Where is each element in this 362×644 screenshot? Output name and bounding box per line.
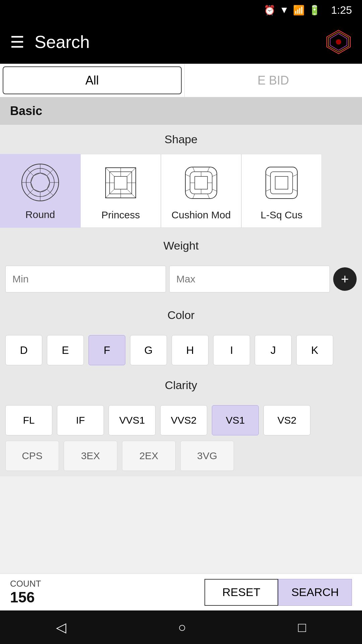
svg-line-13 [47, 169, 53, 176]
app-logo [325, 29, 352, 55]
shape-label: Shape [0, 125, 362, 154]
svg-point-3 [336, 39, 341, 45]
page-title: Search [35, 32, 325, 52]
cushion-mod-shape-icon [179, 161, 223, 205]
weight-min-input[interactable] [5, 266, 166, 292]
weight-label: Weight [0, 231, 362, 260]
menu-icon[interactable]: ☰ [10, 33, 24, 51]
shape-cushion-mod[interactable]: Cushion Mod [161, 154, 241, 228]
color-section: Color D E F G H I J K [0, 301, 362, 371]
clarity-chip-vvs1[interactable]: VVS1 [109, 405, 156, 435]
color-chip-g[interactable]: G [130, 335, 167, 365]
cushion-mod-shape-label: Cushion Mod [172, 209, 231, 221]
svg-rect-25 [114, 176, 127, 189]
tab-ebid[interactable]: E BID [184, 64, 362, 97]
princess-shape-icon [99, 161, 142, 205]
status-icons: ⏰ ▼ 📶 🔋 1:25 [264, 4, 352, 16]
color-chip-e[interactable]: E [47, 335, 84, 365]
count-label: COUNT [10, 579, 204, 589]
svg-line-29 [127, 189, 136, 198]
svg-line-38 [185, 189, 190, 191]
color-chip-i[interactable]: I [213, 335, 250, 365]
weight-section: Weight + [0, 231, 362, 301]
svg-line-27 [127, 168, 136, 176]
cut-chip-3ex[interactable]: 3EX [64, 441, 117, 471]
cut-chips-row: CPS 3EX 2EX 3VG [0, 441, 362, 476]
svg-line-42 [207, 167, 209, 172]
alarm-icon: ⏰ [264, 5, 276, 16]
clarity-chips-row: FL IF VVS1 VVS2 VS1 VS2 [0, 400, 362, 441]
svg-rect-50 [270, 172, 293, 194]
svg-line-41 [193, 167, 195, 172]
clarity-chip-vvs2[interactable]: VVS2 [160, 405, 207, 435]
top-bar: ☰ Search [0, 20, 362, 64]
bottom-action-bar: COUNT 156 RESET SEARCH [0, 574, 362, 610]
svg-line-11 [27, 169, 34, 176]
svg-line-12 [47, 189, 53, 196]
color-chip-j[interactable]: J [255, 335, 292, 365]
round-shape-icon [18, 161, 62, 204]
svg-rect-51 [275, 176, 288, 189]
shape-round[interactable]: Round [0, 154, 80, 228]
clarity-chip-fl[interactable]: FL [5, 405, 52, 435]
count-value: 156 [10, 589, 204, 606]
reset-button[interactable]: RESET [204, 579, 278, 606]
lsq-cus-shape-icon [260, 161, 303, 205]
lsq-cus-shape-label: L-Sq Cus [260, 209, 302, 221]
cut-chip-3vg[interactable]: 3VG [180, 441, 234, 471]
svg-line-39 [212, 174, 217, 176]
svg-line-55 [293, 189, 297, 191]
signal-icon: 📶 [293, 5, 305, 16]
svg-rect-36 [195, 176, 207, 189]
shape-princess[interactable]: Princess [80, 154, 161, 228]
svg-line-53 [266, 189, 270, 191]
filter-tabs: All E BID [0, 64, 362, 97]
weight-add-button[interactable]: + [333, 267, 357, 291]
home-nav-icon[interactable]: ○ [178, 620, 186, 635]
battery-icon: 🔋 [309, 5, 320, 16]
status-time: 1:25 [331, 4, 352, 16]
plus-icon: + [341, 272, 349, 287]
svg-line-43 [193, 194, 195, 199]
shape-lsq-cus[interactable]: L-Sq Cus [241, 154, 322, 228]
svg-line-40 [212, 189, 217, 191]
shape-selector: Round Princess [0, 154, 362, 231]
back-nav-icon[interactable]: ◁ [56, 620, 66, 635]
recent-nav-icon[interactable]: □ [298, 620, 306, 635]
svg-point-6 [31, 173, 50, 192]
color-label: Color [0, 301, 362, 330]
clarity-chip-if[interactable]: IF [57, 405, 104, 435]
svg-line-44 [207, 194, 209, 199]
color-chip-h[interactable]: H [172, 335, 208, 365]
search-button[interactable]: SEARCH [278, 579, 352, 606]
color-chip-d[interactable]: D [5, 335, 42, 365]
color-chip-k[interactable]: K [296, 335, 333, 365]
android-nav-bar: ◁ ○ □ [0, 610, 362, 644]
clarity-section: Clarity FL IF VVS1 VVS2 VS1 VS2 CPS 3EX … [0, 371, 362, 476]
cut-chip-cps[interactable]: CPS [5, 441, 59, 471]
wifi-icon: ▼ [280, 5, 289, 15]
svg-line-54 [293, 174, 297, 176]
status-bar: ⏰ ▼ 📶 🔋 1:25 [0, 0, 362, 20]
bottom-actions: RESET SEARCH [204, 579, 352, 606]
clarity-label: Clarity [0, 371, 362, 400]
clarity-chip-vs1[interactable]: VS1 [212, 405, 259, 435]
svg-line-52 [266, 174, 270, 176]
weight-max-input[interactable] [169, 266, 330, 292]
svg-line-26 [106, 168, 114, 176]
color-chip-f[interactable]: F [88, 335, 125, 365]
svg-line-28 [106, 189, 114, 198]
weight-inputs-row: + [0, 260, 362, 301]
princess-shape-label: Princess [101, 209, 140, 221]
basic-section-header: Basic [0, 97, 362, 125]
count-section: COUNT 156 [10, 579, 204, 606]
svg-line-37 [185, 174, 190, 176]
svg-line-14 [27, 189, 34, 196]
clarity-chip-vs2[interactable]: VS2 [263, 405, 310, 435]
color-chips-row: D E F G H I J K [0, 330, 362, 371]
tab-all[interactable]: All [3, 66, 182, 94]
cut-chip-2ex[interactable]: 2EX [122, 441, 176, 471]
round-shape-label: Round [25, 209, 55, 220]
